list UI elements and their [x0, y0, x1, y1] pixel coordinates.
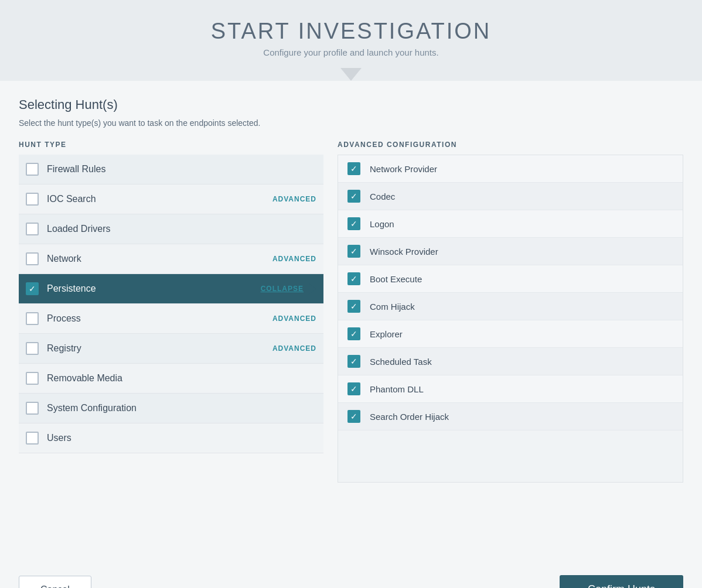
- hunt-label-process: Process: [47, 313, 272, 324]
- hunt-item-firewall-rules[interactable]: Firewall Rules: [19, 155, 323, 184]
- collapse-button-persistence[interactable]: COLLAPSE: [261, 285, 304, 293]
- hunt-item-system-configuration[interactable]: System Configuration: [19, 394, 323, 423]
- hunt-type-column: HUNT TYPE Firewall RulesIOC SearchADVANC…: [19, 141, 323, 483]
- adv-checkbox-com-hijack[interactable]: ✓: [347, 300, 360, 313]
- adv-checkbox-winsock-provider[interactable]: ✓: [347, 245, 360, 258]
- advanced-link-ioc-search[interactable]: ADVANCED: [272, 195, 316, 203]
- adv-item-scheduled-task[interactable]: ✓Scheduled Task: [338, 348, 683, 375]
- section-description: Select the hunt type(s) you want to task…: [19, 118, 683, 128]
- adv-item-logon[interactable]: ✓Logon: [338, 210, 683, 238]
- adv-item-boot-execute[interactable]: ✓Boot Execute: [338, 265, 683, 293]
- hunt-checkbox-network[interactable]: [26, 252, 39, 265]
- adv-label-phantom-dll: Phantom DLL: [370, 384, 424, 394]
- adv-checkbox-search-order-hijack[interactable]: ✓: [347, 410, 360, 423]
- hunt-checkbox-system-configuration[interactable]: [26, 402, 39, 415]
- advanced-config-column: ADVANCED CONFIGURATION ✓Network Provider…: [338, 141, 683, 483]
- adv-item-network-provider[interactable]: ✓Network Provider: [338, 155, 683, 183]
- adv-item-phantom-dll[interactable]: ✓Phantom DLL: [338, 375, 683, 403]
- collapse-arrow-persistence: [308, 283, 316, 295]
- arrow-divider: [340, 68, 362, 81]
- adv-checkbox-boot-execute[interactable]: ✓: [347, 272, 360, 285]
- hunt-checkbox-removable-media[interactable]: [26, 372, 39, 385]
- adv-label-com-hijack: Com Hijack: [370, 302, 415, 312]
- adv-checkbox-scheduled-task[interactable]: ✓: [347, 355, 360, 368]
- hunt-label-system-configuration: System Configuration: [47, 403, 316, 413]
- hunt-type-header: HUNT TYPE: [19, 141, 323, 149]
- hunt-item-registry[interactable]: RegistryADVANCED: [19, 334, 323, 364]
- adv-item-codec[interactable]: ✓Codec: [338, 183, 683, 210]
- advanced-list[interactable]: ✓Network Provider✓Codec✓Logon✓Winsock Pr…: [338, 155, 683, 483]
- advanced-config-header: ADVANCED CONFIGURATION: [338, 141, 683, 149]
- hunt-label-registry: Registry: [47, 343, 272, 354]
- cancel-button[interactable]: Cancel: [19, 576, 91, 589]
- advanced-link-registry[interactable]: ADVANCED: [272, 344, 316, 353]
- hunt-label-loaded-drivers: Loaded Drivers: [47, 224, 316, 234]
- hunt-label-ioc-search: IOC Search: [47, 194, 272, 204]
- adv-label-codec: Codec: [370, 192, 395, 201]
- footer-bar: Cancel Confirm Hunts: [0, 561, 702, 588]
- adv-checkbox-codec[interactable]: ✓: [347, 190, 360, 203]
- adv-checkbox-network-provider[interactable]: ✓: [347, 162, 360, 175]
- adv-item-search-order-hijack[interactable]: ✓Search Order Hijack: [338, 403, 683, 430]
- hunt-item-users[interactable]: Users: [19, 423, 323, 453]
- hunt-label-users: Users: [47, 433, 316, 443]
- hunt-label-network: Network: [47, 254, 272, 264]
- adv-checkbox-phantom-dll[interactable]: ✓: [347, 382, 360, 395]
- adv-label-explorer: Explorer: [370, 329, 403, 339]
- hunt-list[interactable]: Firewall RulesIOC SearchADVANCEDLoaded D…: [19, 155, 323, 483]
- hunt-item-persistence[interactable]: ✓PersistenceCOLLAPSE: [19, 274, 323, 304]
- adv-checkbox-explorer[interactable]: ✓: [347, 327, 360, 340]
- advanced-link-network[interactable]: ADVANCED: [272, 255, 316, 263]
- hunt-item-loaded-drivers[interactable]: Loaded Drivers: [19, 214, 323, 244]
- advanced-link-process[interactable]: ADVANCED: [272, 314, 316, 323]
- adv-item-explorer[interactable]: ✓Explorer: [338, 320, 683, 348]
- adv-label-winsock-provider: Winsock Provider: [370, 247, 438, 257]
- section-title: Selecting Hunt(s): [19, 97, 683, 112]
- hunt-checkbox-users[interactable]: [26, 432, 39, 445]
- adv-label-boot-execute: Boot Execute: [370, 274, 422, 284]
- hunt-item-process[interactable]: ProcessADVANCED: [19, 304, 323, 334]
- hunt-checkbox-process[interactable]: [26, 312, 39, 325]
- hunt-label-removable-media: Removable Media: [47, 373, 316, 384]
- hunt-label-persistence: Persistence: [47, 283, 261, 294]
- page-title: START INVESTIGATION: [0, 19, 702, 44]
- adv-label-search-order-hijack: Search Order Hijack: [370, 412, 449, 422]
- adv-item-com-hijack[interactable]: ✓Com Hijack: [338, 293, 683, 320]
- adv-label-logon: Logon: [370, 219, 394, 229]
- adv-label-network-provider: Network Provider: [370, 164, 437, 174]
- page-header: START INVESTIGATION Configure your profi…: [0, 0, 702, 81]
- hunt-item-ioc-search[interactable]: IOC SearchADVANCED: [19, 184, 323, 214]
- adv-item-winsock-provider[interactable]: ✓Winsock Provider: [338, 238, 683, 265]
- main-content: Selecting Hunt(s) Select the hunt type(s…: [0, 81, 702, 561]
- hunt-item-removable-media[interactable]: Removable Media: [19, 364, 323, 394]
- confirm-hunts-button[interactable]: Confirm Hunts: [560, 575, 683, 588]
- page-subtitle: Configure your profile and launch your h…: [0, 47, 702, 57]
- hunt-checkbox-firewall-rules[interactable]: [26, 163, 39, 176]
- hunt-checkbox-loaded-drivers[interactable]: [26, 223, 39, 235]
- hunt-item-network[interactable]: NetworkADVANCED: [19, 244, 323, 274]
- hunt-label-firewall-rules: Firewall Rules: [47, 164, 316, 175]
- hunt-checkbox-persistence[interactable]: ✓: [26, 282, 39, 295]
- adv-label-scheduled-task: Scheduled Task: [370, 357, 432, 367]
- hunt-checkbox-registry[interactable]: [26, 342, 39, 355]
- adv-checkbox-logon[interactable]: ✓: [347, 217, 360, 230]
- hunt-checkbox-ioc-search[interactable]: [26, 193, 39, 206]
- hunt-columns: HUNT TYPE Firewall RulesIOC SearchADVANC…: [19, 141, 683, 483]
